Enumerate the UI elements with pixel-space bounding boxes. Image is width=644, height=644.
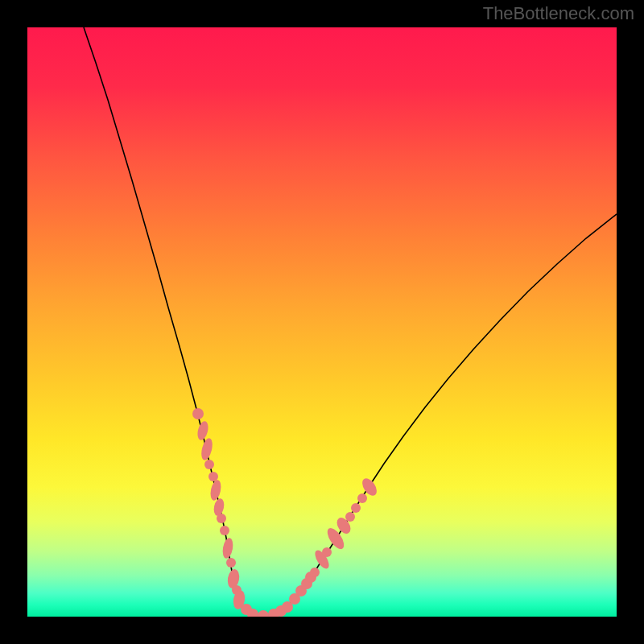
data-point (196, 420, 209, 441)
data-point (221, 537, 234, 559)
data-point (220, 526, 229, 535)
data-point (200, 437, 214, 461)
data-point (217, 514, 226, 523)
data-point (192, 408, 204, 419)
data-point (208, 479, 222, 502)
data-point (226, 558, 236, 568)
data-point (345, 512, 355, 522)
data-point (310, 568, 320, 577)
data-point (204, 460, 214, 469)
data-point (258, 610, 269, 617)
marker-layer (192, 408, 380, 617)
data-point (351, 503, 361, 513)
data-point (357, 493, 367, 503)
data-point (208, 472, 218, 481)
chart-svg (27, 27, 617, 617)
watermark-text: TheBottleneck.com (483, 3, 634, 24)
plot-area (27, 27, 617, 617)
data-point (322, 547, 332, 557)
